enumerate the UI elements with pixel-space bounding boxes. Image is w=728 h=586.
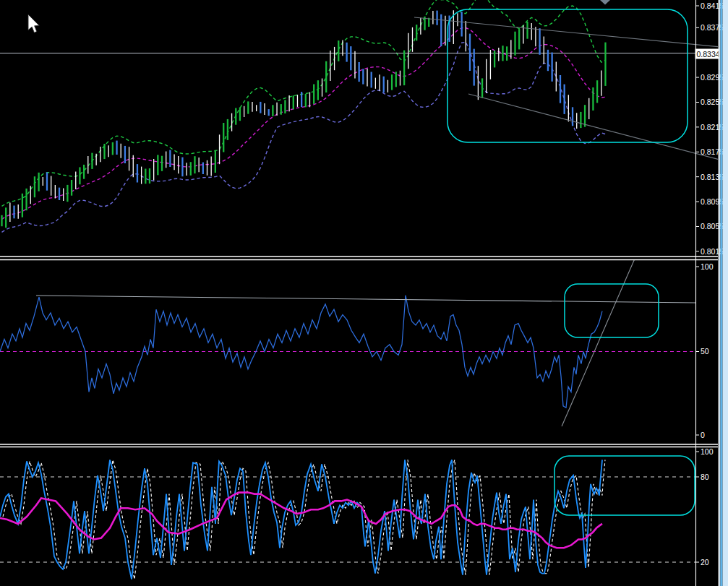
scrollbar-thumb[interactable]	[721, 0, 723, 586]
chart-background	[0, 0, 728, 586]
trading-chart-window: 0.84150.83750.82950.82550.82150.81750.81…	[0, 0, 728, 586]
scale-label: 80	[701, 473, 709, 481]
scale-label: 100	[701, 447, 714, 456]
scale-label: 20	[701, 558, 709, 566]
edge-highlight	[719, 0, 719, 586]
scrollbar-track	[723, 0, 728, 586]
window-edge-scrollbar[interactable]	[719, 0, 728, 586]
scrollbar-track	[719, 0, 721, 586]
scale-label: 0	[701, 431, 705, 439]
scale-label: 50	[701, 347, 709, 356]
current-price-label: 0.8334	[697, 50, 720, 59]
chart-canvas[interactable]: 0.84150.83750.82950.82550.82150.81750.81…	[0, 0, 728, 586]
scale-label: 100	[701, 262, 714, 271]
